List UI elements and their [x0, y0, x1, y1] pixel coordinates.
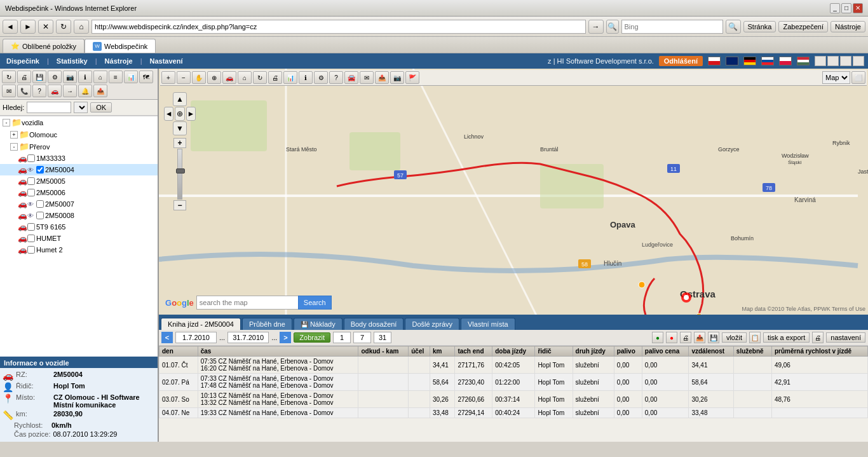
- tool-chart[interactable]: 📊: [124, 71, 138, 83]
- tool-map[interactable]: 🗺: [139, 71, 153, 83]
- flag-sk[interactable]: [761, 57, 774, 65]
- list-item[interactable]: 🚗 Humet 2: [0, 244, 158, 256]
- tab-vlastni[interactable]: Vlastní místa: [461, 318, 515, 330]
- map-tool-export[interactable]: 📤: [375, 71, 389, 84]
- vehicle-checkbox-2M50007[interactable]: [36, 200, 44, 208]
- stop-button[interactable]: ✕: [38, 20, 53, 34]
- table-row[interactable]: 01.07. Čt 07:35 CZ Náměšť na Hané, Erben…: [159, 357, 868, 374]
- expand-olomouc[interactable]: +: [10, 131, 18, 139]
- search-input[interactable]: [27, 102, 71, 113]
- tab-dosle[interactable]: Došlé zprávy: [405, 318, 459, 330]
- list-item[interactable]: 🚗 HUMET: [0, 233, 158, 244]
- map-search-input[interactable]: [196, 296, 298, 310]
- list-item[interactable]: 🚗 👁 2M50004: [0, 164, 158, 175]
- menu-nastaveni[interactable]: Nastavení: [147, 57, 186, 65]
- settings-button[interactable]: nastavení: [826, 332, 865, 343]
- tool-info[interactable]: ℹ: [78, 71, 92, 83]
- tool-camera[interactable]: 📷: [63, 71, 77, 83]
- list-item[interactable]: 🚗 2M50006: [0, 187, 158, 198]
- eye-icon[interactable]: 👁: [27, 201, 36, 208]
- vehicle-checkbox-2M50008[interactable]: [36, 212, 44, 219]
- map-area[interactable]: 57 11 58 78 Opava Ostrava Hlučín Ludgeřo…: [159, 69, 868, 315]
- compass-center[interactable]: ⊕: [175, 107, 184, 121]
- date-from-input[interactable]: [175, 332, 217, 343]
- tool-phone[interactable]: 📞: [17, 85, 31, 97]
- address-bar[interactable]: [92, 20, 586, 34]
- home-button[interactable]: ⌂: [74, 20, 89, 34]
- flag-hu[interactable]: [797, 57, 810, 65]
- tab-prubeh-dne[interactable]: Průběh dne: [242, 318, 292, 330]
- tool-route[interactable]: →: [63, 85, 77, 97]
- close-button[interactable]: ✕: [853, 3, 863, 13]
- go-button[interactable]: →: [588, 20, 604, 34]
- tool-config[interactable]: ⚙: [48, 71, 62, 83]
- toolbar-icon-4[interactable]: [853, 56, 864, 66]
- tool-list[interactable]: ≡: [109, 71, 123, 83]
- tool-vehicle[interactable]: 🚗: [48, 85, 62, 97]
- logout-button[interactable]: Odhlášení: [659, 56, 703, 66]
- compass-south[interactable]: ▼: [173, 121, 187, 135]
- vehicle-tree[interactable]: - 📁 vozidla + 📁 Olomouc - 📁 Přerov: [0, 116, 158, 357]
- forward-button[interactable]: ►: [20, 20, 36, 34]
- map-tool-print[interactable]: 🖨: [268, 71, 282, 84]
- date-to-input[interactable]: [227, 332, 269, 343]
- table-container[interactable]: den čas odkud - kam účel km tach end dob…: [159, 346, 868, 442]
- tool-help[interactable]: ?: [32, 85, 46, 97]
- print-export-button[interactable]: tisk a export: [763, 332, 810, 343]
- maximize-button[interactable]: □: [841, 3, 851, 13]
- list-item[interactable]: 🚗 2M50005: [0, 175, 158, 187]
- page-total2-input[interactable]: [374, 332, 391, 343]
- refresh-button[interactable]: ↻: [56, 20, 71, 34]
- expand-prerov[interactable]: -: [10, 143, 18, 151]
- toolbar-icon-2[interactable]: [827, 56, 839, 66]
- vehicle-checkbox-Humet2[interactable]: [27, 246, 35, 254]
- tree-prerov[interactable]: - 📁 Přerov: [0, 140, 158, 153]
- tab-webdispecink[interactable]: W Webdispečink: [85, 39, 156, 53]
- flag-gb[interactable]: [726, 57, 738, 65]
- action-insert-icon[interactable]: 📋: [749, 332, 761, 343]
- map-search-button[interactable]: Search: [298, 296, 332, 310]
- action-export-icon[interactable]: 📤: [694, 332, 705, 343]
- menu-nastroje[interactable]: Nástroje: [102, 57, 135, 65]
- tree-vozidla[interactable]: - 📁 vozidla: [0, 116, 158, 128]
- compass-west[interactable]: ◄: [164, 107, 173, 121]
- zoom-out-button[interactable]: −: [173, 200, 186, 210]
- menu-statistiky[interactable]: Statistiky: [54, 57, 90, 65]
- list-item[interactable]: 🚗 5T9 6165: [0, 221, 158, 233]
- map-tool-select[interactable]: ⊕: [207, 71, 221, 84]
- list-item[interactable]: 🚗 1M33333: [0, 153, 158, 164]
- browser-search-button[interactable]: 🔍: [726, 20, 741, 34]
- map-fullscreen-button[interactable]: ⬜: [851, 71, 865, 84]
- page-menu[interactable]: Stránka: [743, 21, 776, 32]
- next-page-button[interactable]: >: [280, 332, 291, 343]
- map-tool-chart[interactable]: 📊: [283, 71, 297, 84]
- search-select[interactable]: [74, 102, 88, 113]
- vehicle-checkbox-5T96165[interactable]: [27, 223, 35, 231]
- vehicle-checkbox-2M50006[interactable]: [27, 189, 35, 196]
- browser-search-input[interactable]: [621, 20, 723, 34]
- security-menu[interactable]: Zabezpečení: [778, 21, 828, 32]
- table-row[interactable]: 04.07. Ne 19:33 CZ Náměšť na Hané, Erben…: [159, 408, 868, 418]
- flag-cz[interactable]: [708, 57, 721, 65]
- show-button[interactable]: Zobrazit: [294, 332, 330, 343]
- vehicle-checkbox-2M50004[interactable]: [36, 166, 44, 174]
- tab-naklady[interactable]: 💾 Náklady: [294, 318, 342, 330]
- action-print-icon[interactable]: 🖨: [680, 332, 691, 343]
- vehicle-checkbox-1M33333[interactable]: [27, 154, 35, 162]
- eye-icon[interactable]: 👁: [27, 212, 36, 219]
- insert-button[interactable]: vložit: [722, 332, 747, 343]
- tab-body[interactable]: Body dosažení: [344, 318, 404, 330]
- table-row[interactable]: 03.07. So 10:13 CZ Náměšť na Hané, Erben…: [159, 391, 868, 408]
- action-save-icon[interactable]: 💾: [708, 332, 719, 343]
- minimize-button[interactable]: _: [830, 3, 840, 13]
- tool-print[interactable]: 🖨: [17, 71, 31, 83]
- map-tool-flag[interactable]: 🚩: [405, 71, 419, 84]
- toolbar-icon-1[interactable]: [815, 56, 826, 66]
- map-tool-hand[interactable]: ✋: [192, 71, 206, 84]
- flag-de[interactable]: [743, 57, 756, 65]
- tab-kniha-jizd[interactable]: Kniha jízd - 2M50004: [161, 318, 241, 330]
- map-tool-route[interactable]: 🚗: [222, 71, 236, 84]
- action-red-icon[interactable]: ●: [666, 332, 677, 343]
- vehicle-checkbox-2M50005[interactable]: [27, 177, 35, 185]
- map-tool-home[interactable]: ⌂: [238, 71, 252, 84]
